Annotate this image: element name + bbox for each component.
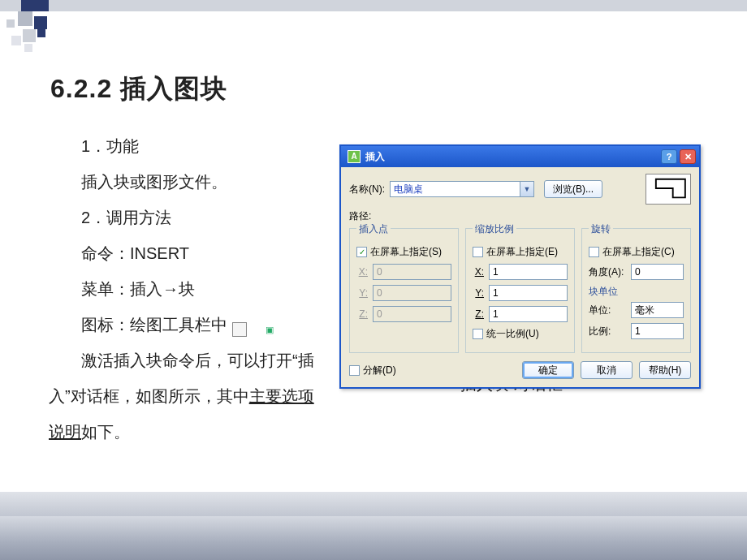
p-function-title: 1．功能 <box>49 128 325 164</box>
explode-label: 分解(D) <box>363 364 396 377</box>
scale-x-input[interactable]: 1 <box>489 264 568 280</box>
ratio-input: 1 <box>631 323 684 339</box>
insert-x-input: 0 <box>373 264 451 280</box>
corner-decor <box>6 11 62 50</box>
dialog-titlebar: A 插入 ? ✕ <box>341 146 699 167</box>
help-button[interactable]: 帮助(H) <box>639 361 691 379</box>
dialog-app-icon: A <box>348 150 361 163</box>
insert-block-icon: ▣ <box>232 322 247 337</box>
top-strip <box>0 0 747 11</box>
name-combobox[interactable]: 电脑桌 ▼ <box>390 181 534 197</box>
p-function-desc: 插入块或图形文件。 <box>49 164 325 200</box>
p-desc: 激活插入块命令后，可以打开“插入”对话框，如图所示，其中主要选项说明如下。 <box>49 342 325 450</box>
ok-button[interactable]: 确定 <box>522 361 574 379</box>
uniform-scale-checkbox[interactable] <box>473 329 483 339</box>
browse-button[interactable]: 浏览(B)... <box>544 180 602 198</box>
section-heading: 6.2.2 插入图块 <box>50 71 227 107</box>
group-insert-title: 插入点 <box>356 222 391 236</box>
p-menu: 菜单：插入→块 <box>49 271 325 307</box>
unit-input: 毫米 <box>631 302 684 318</box>
ratio-label: 比例: <box>589 325 626 338</box>
path-label: 路径: <box>349 209 371 223</box>
scale-specify-checkbox[interactable] <box>473 247 483 257</box>
unit-label: 单位: <box>589 304 626 317</box>
explode-checkbox[interactable] <box>349 365 360 376</box>
cancel-button[interactable]: 取消 <box>581 361 633 379</box>
p-icon: 图标：绘图工具栏中 ▣ <box>49 307 325 342</box>
block-unit-subtitle: 块单位 <box>589 285 684 299</box>
group-scale-title: 缩放比例 <box>473 222 516 236</box>
uniform-scale-label: 统一比例(U) <box>486 327 539 341</box>
insert-z-input: 0 <box>373 306 451 322</box>
group-insert-point: 插入点 ✓ 在屏幕上指定(S) X:0 Y:0 Z:0 <box>349 228 459 353</box>
insert-specify-checkbox[interactable]: ✓ <box>356 247 367 257</box>
p-desc-2: 如下。 <box>81 423 130 441</box>
titlebar-close-button[interactable]: ✕ <box>680 149 696 164</box>
bottom-decor <box>0 492 747 516</box>
angle-label: 角度(A): <box>589 265 626 279</box>
group-rotate: 旋转 在屏幕上指定(C) 角度(A):0 块单位 单位:毫米 比例:1 <box>581 228 691 353</box>
insert-dialog: A 插入 ? ✕ 名称(N): 电脑桌 ▼ 浏览(B)... 路径: 插入点 ✓ <box>339 144 701 389</box>
chevron-down-icon[interactable]: ▼ <box>520 182 533 196</box>
group-rotate-title: 旋转 <box>589 222 613 236</box>
p-invoke-title: 2．调用方法 <box>49 200 325 235</box>
name-value: 电脑桌 <box>394 183 423 196</box>
insert-specify-label: 在屏幕上指定(S) <box>370 245 442 259</box>
body-text: 1．功能 插入块或图形文件。 2．调用方法 命令：INSERT 菜单：插入→块 … <box>49 128 325 450</box>
rotate-specify-checkbox[interactable] <box>589 247 599 257</box>
rotate-specify-label: 在屏幕上指定(C) <box>602 245 675 259</box>
angle-input[interactable]: 0 <box>631 264 684 280</box>
dialog-title-text: 插入 <box>365 150 385 164</box>
name-label: 名称(N): <box>349 183 385 196</box>
scale-specify-label: 在屏幕上指定(E) <box>486 245 558 259</box>
scale-z-input[interactable]: 1 <box>489 306 568 322</box>
block-preview <box>646 174 691 205</box>
insert-y-input: 0 <box>373 285 451 301</box>
group-scale: 缩放比例 在屏幕上指定(E) X:1 Y:1 Z:1 统一比例(U) <box>465 228 575 353</box>
titlebar-help-button[interactable]: ? <box>661 149 677 164</box>
p-icon-text: 图标：绘图工具栏中 <box>81 316 227 334</box>
scale-y-input[interactable]: 1 <box>489 285 568 301</box>
p-command: 命令：INSERT <box>49 235 325 271</box>
